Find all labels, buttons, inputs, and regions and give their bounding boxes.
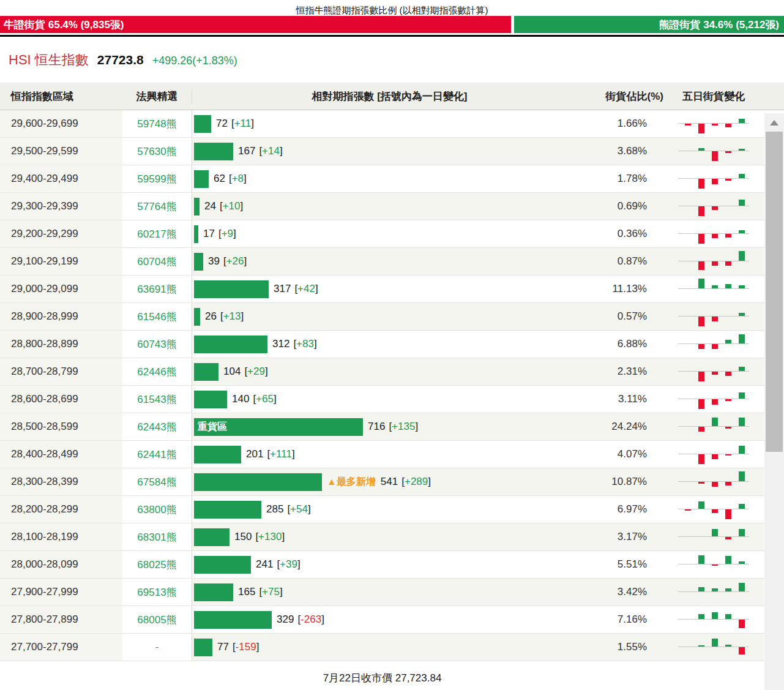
bull-bear-ratio-bar: 牛證街貨 65.4% (9,835張) 熊證街貨 34.6% (5,212張) bbox=[0, 16, 784, 33]
five-day-cell bbox=[663, 248, 764, 275]
five-day-sparkline bbox=[678, 277, 749, 301]
spark-bar-up bbox=[725, 340, 731, 343]
outstanding-pct-cell: 0.87% bbox=[587, 248, 663, 275]
warrant-code-link[interactable]: 68025熊 bbox=[137, 558, 176, 572]
table-row: 27,900-27,99969513熊165[+75]3.42% bbox=[0, 579, 764, 606]
picks-cell: 61543熊 bbox=[122, 386, 192, 413]
spark-bar-down bbox=[698, 344, 704, 349]
warrant-code-link[interactable]: 59748熊 bbox=[137, 117, 176, 131]
heavy-zone-tag: 重貨區 bbox=[194, 421, 227, 433]
contracts-label: 312[+83] bbox=[272, 338, 317, 350]
scroll-up-button[interactable] bbox=[764, 113, 784, 132]
warrant-code-link[interactable]: 60704熊 bbox=[137, 255, 176, 269]
spark-bar-down bbox=[725, 427, 731, 429]
spark-bar-down bbox=[725, 372, 731, 376]
spark-bar-down bbox=[698, 206, 704, 216]
table-body: 29,600-29,69959748熊72[+11]1.66%29,500-29… bbox=[0, 110, 764, 661]
table-row: 29,200-29,29960217熊17[+9]0.36% bbox=[0, 220, 764, 248]
warrant-code-link[interactable]: 68301熊 bbox=[137, 530, 176, 544]
warrant-code-link[interactable]: 61546熊 bbox=[137, 310, 176, 324]
header-outstanding-pct: 街貨佔比(%) bbox=[587, 89, 663, 103]
warrant-code-link[interactable]: 61543熊 bbox=[137, 392, 176, 407]
five-day-cell bbox=[663, 551, 764, 578]
table-row: 29,500-29,59957630熊167[+14]3.68% bbox=[0, 138, 764, 165]
spark-bar-up bbox=[725, 284, 731, 288]
spark-bar-up bbox=[712, 285, 718, 288]
index-range-cell: 29,300-29,399 bbox=[0, 193, 122, 220]
warrant-code-link[interactable]: 63800熊 bbox=[137, 503, 176, 517]
warrant-code-link[interactable]: 62446熊 bbox=[137, 365, 176, 379]
contracts-label: 241[+39] bbox=[256, 558, 301, 571]
warrant-code-link[interactable]: 63691熊 bbox=[137, 282, 176, 296]
outstanding-pct-cell: 3.68% bbox=[587, 138, 663, 165]
five-day-cell bbox=[663, 386, 764, 413]
contracts-bar bbox=[194, 170, 209, 188]
contracts-cell: 241[+39] bbox=[192, 551, 587, 578]
contracts-bar bbox=[194, 198, 200, 216]
spark-bar-up bbox=[698, 555, 704, 564]
contracts-label: 62[+8] bbox=[214, 173, 247, 185]
contracts-bar bbox=[194, 473, 322, 491]
vertical-scrollbar[interactable] bbox=[764, 113, 784, 690]
picks-cell: 68025熊 bbox=[122, 551, 192, 578]
contracts-bar bbox=[194, 446, 241, 463]
picks-cell: 69513熊 bbox=[122, 579, 192, 606]
warrant-code-link[interactable]: 69513熊 bbox=[137, 585, 176, 599]
contracts-bar bbox=[194, 115, 211, 133]
table-row: 28,900-28,99961546熊26[+13]0.57% bbox=[0, 303, 764, 331]
picks-cell: 62446熊 bbox=[122, 358, 192, 385]
index-range-cell: 28,600-28,699 bbox=[0, 386, 122, 413]
index-price: 27723.8 bbox=[97, 53, 144, 67]
contracts-label: 72[+11] bbox=[216, 118, 254, 130]
outstanding-pct-cell: 1.66% bbox=[587, 110, 663, 137]
contracts-bar bbox=[194, 363, 218, 381]
contracts-label: 17[+9] bbox=[203, 228, 236, 240]
warrant-code-link[interactable]: 67584熊 bbox=[137, 475, 176, 489]
spark-bar-up bbox=[739, 367, 745, 371]
outstanding-pct-cell: 4.07% bbox=[587, 441, 663, 468]
contracts-cell: 140[+65] bbox=[192, 386, 587, 413]
contracts-cell: 72[+11] bbox=[192, 110, 587, 137]
sparkline-baseline bbox=[678, 536, 749, 537]
contracts-label: 317[+42] bbox=[274, 283, 318, 295]
warrant-code-link[interactable]: 57630熊 bbox=[137, 144, 176, 159]
spark-bar-up bbox=[712, 639, 718, 647]
five-day-sparkline bbox=[678, 580, 749, 604]
five-day-cell bbox=[663, 193, 764, 220]
warrant-code-link[interactable]: 60217熊 bbox=[137, 227, 176, 241]
warrant-table: 恒指指數區域 法興精選 相對期指張數 [括號內為一日變化] 街貨佔比(%) 五日… bbox=[0, 83, 784, 685]
bear-ratio-segment: 熊證街貨 34.6% (5,212張) bbox=[514, 16, 784, 33]
table-row: 29,100-29,19960704熊39[+26]0.87% bbox=[0, 248, 764, 276]
warrant-code-link[interactable]: 59599熊 bbox=[137, 172, 176, 186]
spark-bar-up bbox=[739, 119, 745, 123]
five-day-cell bbox=[663, 441, 764, 468]
warrant-code-link[interactable]: 62441熊 bbox=[137, 448, 176, 462]
table-row: 28,100-28,19968301熊150[+130]3.17% bbox=[0, 523, 764, 551]
spark-bar-up bbox=[739, 561, 745, 564]
spark-bar-up bbox=[698, 148, 704, 151]
spark-bar-down bbox=[712, 261, 718, 266]
scrollbar-thumb[interactable] bbox=[766, 132, 783, 452]
warrant-code-link[interactable]: 60743熊 bbox=[137, 337, 176, 351]
five-day-cell bbox=[663, 634, 764, 661]
outstanding-pct-cell: 3.11% bbox=[587, 386, 663, 413]
picks-cell: 59748熊 bbox=[122, 110, 192, 137]
warrant-code-link[interactable]: 68005熊 bbox=[137, 613, 176, 627]
contracts-cell: ▲最多新增541[+289] bbox=[192, 468, 587, 495]
contracts-cell: 165[+75] bbox=[192, 579, 587, 606]
warrant-code-link[interactable]: 57764熊 bbox=[137, 200, 176, 214]
spark-bar-down bbox=[698, 427, 704, 432]
contracts-bar bbox=[194, 280, 269, 298]
spark-bar-up bbox=[739, 392, 745, 399]
table-row: 27,700-27,799-77[-159]1.55% bbox=[0, 634, 764, 661]
spark-bar-down bbox=[698, 372, 704, 381]
spark-bar-up bbox=[698, 501, 704, 509]
index-range-cell: 29,500-29,599 bbox=[0, 138, 122, 165]
warrant-code-link[interactable]: 62443熊 bbox=[137, 420, 176, 434]
index-range-cell: 29,400-29,499 bbox=[0, 165, 122, 192]
closing-price-note: 7月22日收市價 27,723.84 bbox=[0, 661, 764, 685]
contracts-label: 285[+54] bbox=[266, 503, 311, 516]
index-range-cell: 29,600-29,699 bbox=[0, 110, 122, 137]
spark-bar-down bbox=[698, 124, 704, 133]
page-title: 恒指牛熊證期指張數比例 (以相對期指張數計算) bbox=[0, 0, 784, 15]
